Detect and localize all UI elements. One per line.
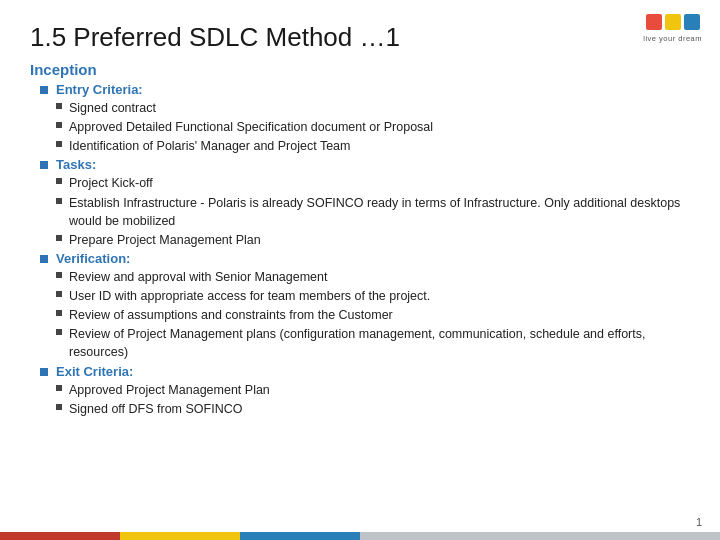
- bar-yellow: [120, 532, 240, 540]
- l1-label-entry: Entry Criteria:: [56, 82, 143, 97]
- l2-bullet: [56, 198, 62, 204]
- logo-tagline: live your dream: [643, 34, 702, 43]
- list-item: Approved Detailed Functional Specificati…: [56, 118, 690, 136]
- content-area: Entry Criteria: Signed contract Approved…: [30, 82, 690, 418]
- bottom-bar: [0, 532, 720, 540]
- slide-title: 1.5 Preferred SDLC Method …1: [30, 22, 690, 53]
- l2-text: Approved Project Management Plan: [69, 381, 270, 399]
- l1-entry-criteria: Entry Criteria:: [40, 82, 690, 97]
- logo-red: [646, 14, 662, 30]
- l2-text: Signed off DFS from SOFINCO: [69, 400, 242, 418]
- l1-label-verification: Verification:: [56, 251, 130, 266]
- l1-bullet-entry: [40, 86, 48, 94]
- l2-list-tasks: Project Kick-off Establish Infrastructur…: [56, 174, 690, 249]
- page-number: 1: [696, 516, 702, 528]
- l2-bullet: [56, 122, 62, 128]
- list-item: Review of assumptions and constraints fr…: [56, 306, 690, 324]
- l2-bullet: [56, 310, 62, 316]
- logo-blue: [684, 14, 700, 30]
- list-item: Establish Infrastructure - Polaris is al…: [56, 194, 690, 230]
- l1-bullet-exit: [40, 368, 48, 376]
- l1-label-exit: Exit Criteria:: [56, 364, 133, 379]
- l2-list-exit: Approved Project Management Plan Signed …: [56, 381, 690, 418]
- l2-bullet: [56, 329, 62, 335]
- list-item: Signed off DFS from SOFINCO: [56, 400, 690, 418]
- l2-text: Review of assumptions and constraints fr…: [69, 306, 393, 324]
- l2-list-entry: Signed contract Approved Detailed Functi…: [56, 99, 690, 155]
- list-item: Identification of Polaris' Manager and P…: [56, 137, 690, 155]
- l2-text: Review of Project Management plans (conf…: [69, 325, 690, 361]
- list-item: Review of Project Management plans (conf…: [56, 325, 690, 361]
- l1-bullet-tasks: [40, 161, 48, 169]
- bar-red: [0, 532, 120, 540]
- l2-text: Signed contract: [69, 99, 156, 117]
- logo-squares: [646, 14, 700, 30]
- l1-tasks: Tasks:: [40, 157, 690, 172]
- l1-bullet-verification: [40, 255, 48, 263]
- l2-text: User ID with appropriate access for team…: [69, 287, 430, 305]
- l1-exit-criteria: Exit Criteria:: [40, 364, 690, 379]
- l2-bullet: [56, 272, 62, 278]
- l2-text: Prepare Project Management Plan: [69, 231, 261, 249]
- l2-text: Approved Detailed Functional Specificati…: [69, 118, 433, 136]
- l2-text: Establish Infrastructure - Polaris is al…: [69, 194, 690, 230]
- slide: live your dream 1.5 Preferred SDLC Metho…: [0, 0, 720, 540]
- l2-bullet: [56, 404, 62, 410]
- bar-blue: [240, 532, 360, 540]
- l1-verification: Verification:: [40, 251, 690, 266]
- logo-yellow: [665, 14, 681, 30]
- list-item: Project Kick-off: [56, 174, 690, 192]
- l2-text: Identification of Polaris' Manager and P…: [69, 137, 350, 155]
- l2-bullet: [56, 103, 62, 109]
- l2-bullet: [56, 178, 62, 184]
- l2-text: Project Kick-off: [69, 174, 153, 192]
- list-item: Review and approval with Senior Manageme…: [56, 268, 690, 286]
- l2-text: Review and approval with Senior Manageme…: [69, 268, 327, 286]
- l2-list-verification: Review and approval with Senior Manageme…: [56, 268, 690, 362]
- l1-label-tasks: Tasks:: [56, 157, 96, 172]
- l2-bullet: [56, 385, 62, 391]
- list-item: Approved Project Management Plan: [56, 381, 690, 399]
- list-item: Prepare Project Management Plan: [56, 231, 690, 249]
- list-item: User ID with appropriate access for team…: [56, 287, 690, 305]
- bar-gray: [360, 532, 720, 540]
- l2-bullet: [56, 291, 62, 297]
- logo: live your dream: [643, 14, 702, 43]
- section-heading: Inception: [30, 61, 690, 78]
- l2-bullet: [56, 235, 62, 241]
- list-item: Signed contract: [56, 99, 690, 117]
- l2-bullet: [56, 141, 62, 147]
